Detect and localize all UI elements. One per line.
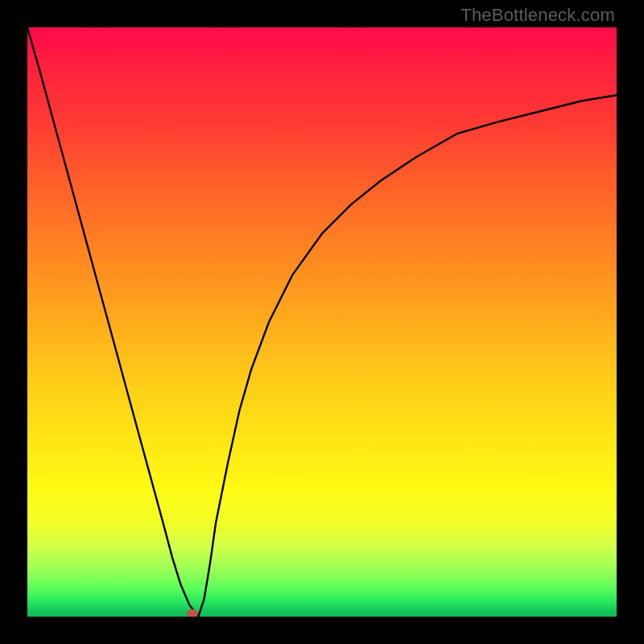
bottleneck-curve bbox=[27, 27, 617, 617]
minimum-marker bbox=[187, 609, 198, 617]
plot-area bbox=[27, 27, 617, 617]
curve-group bbox=[27, 27, 617, 617]
plot-svg bbox=[27, 27, 617, 617]
watermark-text: TheBottleneck.com bbox=[460, 5, 615, 26]
chart-frame: TheBottleneck.com bbox=[0, 0, 644, 644]
